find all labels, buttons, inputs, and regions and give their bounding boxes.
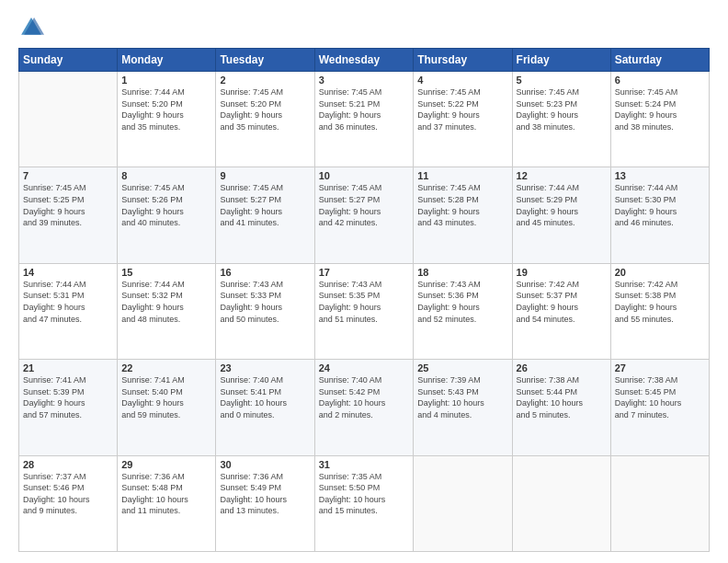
day-info: Daylight: 9 hours — [615, 302, 705, 314]
day-info: Daylight: 9 hours — [121, 206, 211, 218]
day-info: and 35 minutes. — [121, 121, 211, 133]
day-info: Sunset: 5:42 PM — [319, 386, 410, 398]
calendar-cell — [512, 455, 610, 551]
day-info: Sunset: 5:31 PM — [23, 290, 113, 302]
calendar-cell: 30Sunrise: 7:36 AMSunset: 5:49 PMDayligh… — [216, 455, 314, 551]
day-number: 24 — [319, 362, 410, 373]
day-number: 29 — [121, 459, 211, 470]
day-number: 21 — [23, 362, 113, 373]
day-info: Sunset: 5:30 PM — [615, 194, 705, 206]
calendar-cell: 20Sunrise: 7:42 AMSunset: 5:38 PMDayligh… — [610, 263, 709, 359]
day-info: Daylight: 9 hours — [417, 206, 507, 218]
day-info: and 41 minutes. — [220, 217, 310, 229]
day-info: and 45 minutes. — [517, 217, 607, 229]
calendar-week-1: 1Sunrise: 7:44 AMSunset: 5:20 PMDaylight… — [19, 72, 710, 167]
day-info: Sunset: 5:38 PM — [615, 290, 705, 302]
day-info: Daylight: 10 hours — [220, 494, 310, 506]
calendar-header-wednesday: Wednesday — [314, 49, 414, 72]
day-info: and 42 minutes. — [319, 217, 410, 229]
day-info: Daylight: 9 hours — [319, 302, 410, 314]
day-info: Daylight: 9 hours — [23, 397, 113, 409]
day-info: Daylight: 10 hours — [121, 494, 211, 506]
calendar-cell: 8Sunrise: 7:45 AMSunset: 5:26 PMDaylight… — [118, 167, 216, 263]
calendar-cell: 18Sunrise: 7:43 AMSunset: 5:36 PMDayligh… — [414, 263, 512, 359]
day-info: Sunrise: 7:45 AM — [319, 86, 410, 98]
calendar-header-sunday: Sunday — [19, 49, 118, 72]
day-info: Sunrise: 7:37 AM — [23, 471, 113, 483]
day-info: and 4 minutes. — [417, 409, 507, 421]
day-info: Sunset: 5:20 PM — [220, 98, 310, 110]
day-info: and 54 minutes. — [517, 314, 607, 326]
day-number: 9 — [220, 170, 310, 181]
day-number: 8 — [121, 170, 211, 181]
day-info: and 55 minutes. — [615, 314, 705, 326]
day-info: Sunrise: 7:45 AM — [615, 86, 705, 98]
day-info: Sunrise: 7:45 AM — [220, 182, 310, 194]
day-info: Daylight: 9 hours — [220, 109, 310, 121]
day-info: and 40 minutes. — [121, 217, 211, 229]
day-info: Daylight: 10 hours — [220, 397, 310, 409]
day-info: and 13 minutes. — [220, 505, 310, 517]
day-info: and 59 minutes. — [121, 409, 211, 421]
day-info: and 7 minutes. — [615, 409, 705, 421]
day-info: Sunset: 5:23 PM — [517, 98, 607, 110]
day-info: Sunrise: 7:40 AM — [220, 374, 310, 386]
calendar-cell: 12Sunrise: 7:44 AMSunset: 5:29 PMDayligh… — [512, 167, 610, 263]
day-number: 30 — [220, 459, 310, 470]
day-info: Sunset: 5:29 PM — [517, 194, 607, 206]
calendar-cell — [414, 455, 512, 551]
day-info: Daylight: 10 hours — [417, 397, 507, 409]
day-number: 2 — [220, 75, 310, 86]
day-info: Daylight: 9 hours — [517, 302, 607, 314]
day-number: 17 — [319, 267, 410, 278]
day-info: and 9 minutes. — [23, 505, 113, 517]
day-info: Sunrise: 7:45 AM — [417, 182, 507, 194]
day-info: Sunset: 5:21 PM — [319, 98, 410, 110]
day-info: and 46 minutes. — [615, 217, 705, 229]
day-info: Daylight: 9 hours — [121, 109, 211, 121]
header — [18, 15, 710, 40]
day-info: Daylight: 9 hours — [121, 397, 211, 409]
day-info: and 51 minutes. — [319, 314, 410, 326]
calendar-cell: 17Sunrise: 7:43 AMSunset: 5:35 PMDayligh… — [314, 263, 414, 359]
day-info: Sunrise: 7:44 AM — [517, 182, 607, 194]
day-info: Sunrise: 7:39 AM — [417, 374, 507, 386]
day-info: Sunset: 5:35 PM — [319, 290, 410, 302]
day-info: Sunset: 5:27 PM — [220, 194, 310, 206]
day-info: Sunrise: 7:35 AM — [319, 471, 410, 483]
day-info: Sunrise: 7:40 AM — [319, 374, 410, 386]
day-info: Sunrise: 7:44 AM — [23, 279, 113, 291]
day-info: Daylight: 10 hours — [319, 494, 410, 506]
day-info: Sunrise: 7:36 AM — [121, 471, 211, 483]
day-info: Sunrise: 7:43 AM — [220, 279, 310, 291]
day-info: Daylight: 9 hours — [220, 302, 310, 314]
day-info: Sunset: 5:24 PM — [615, 98, 705, 110]
day-number: 31 — [319, 459, 410, 470]
day-info: Daylight: 10 hours — [23, 494, 113, 506]
day-info: Sunset: 5:48 PM — [121, 482, 211, 494]
day-info: Daylight: 9 hours — [23, 302, 113, 314]
day-number: 13 — [615, 170, 705, 181]
day-info: Sunset: 5:50 PM — [319, 482, 410, 494]
day-info: Sunrise: 7:45 AM — [220, 86, 310, 98]
calendar-cell: 2Sunrise: 7:45 AMSunset: 5:20 PMDaylight… — [216, 72, 314, 167]
day-number: 28 — [23, 459, 113, 470]
calendar-header-monday: Monday — [118, 49, 216, 72]
day-info: and 57 minutes. — [23, 409, 113, 421]
day-info: Sunrise: 7:41 AM — [121, 374, 211, 386]
day-info: and 38 minutes. — [615, 121, 705, 133]
day-number: 4 — [417, 75, 507, 86]
day-info: Sunset: 5:20 PM — [121, 98, 211, 110]
day-info: Sunrise: 7:43 AM — [417, 279, 507, 291]
day-info: Daylight: 9 hours — [417, 302, 507, 314]
page: SundayMondayTuesdayWednesdayThursdayFrid… — [0, 0, 728, 563]
day-info: Sunset: 5:49 PM — [220, 482, 310, 494]
calendar-cell: 7Sunrise: 7:45 AMSunset: 5:25 PMDaylight… — [19, 167, 118, 263]
calendar-header-saturday: Saturday — [610, 49, 709, 72]
day-info: Daylight: 9 hours — [23, 206, 113, 218]
day-number: 20 — [615, 267, 705, 278]
day-number: 14 — [23, 267, 113, 278]
day-info: Sunset: 5:27 PM — [319, 194, 410, 206]
day-info: and 36 minutes. — [319, 121, 410, 133]
calendar-cell: 9Sunrise: 7:45 AMSunset: 5:27 PMDaylight… — [216, 167, 314, 263]
